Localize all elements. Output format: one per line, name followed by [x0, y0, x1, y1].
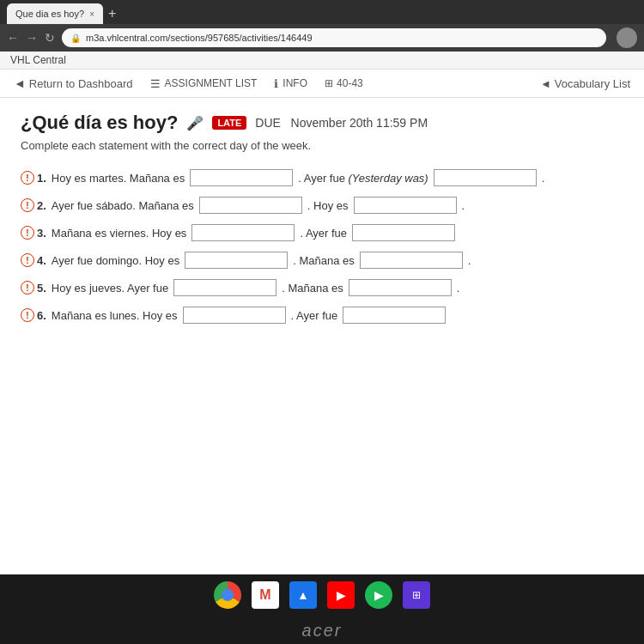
address-bar[interactable]: 🔒 m3a.vhlcentral.com/sections/957685/act… — [62, 28, 606, 47]
q-num-2: ! 2. — [21, 198, 46, 212]
q5-text-before: Hoy es jueves. Ayer fue — [52, 282, 168, 295]
new-tab-button[interactable]: + — [103, 6, 121, 21]
lock-icon: 🔒 — [70, 33, 81, 43]
due-label: DUE — [255, 116, 281, 130]
return-label: Return to Dashboard — [29, 77, 133, 90]
acer-brand: acer — [0, 616, 644, 644]
instructions: Complete each statement with the correct… — [21, 139, 623, 152]
info-nav[interactable]: ℹ INFO — [274, 77, 307, 90]
activity-title-text: ¿Qué día es hoy? — [21, 112, 178, 134]
pages-nav[interactable]: ⊞ 40-43 — [325, 77, 363, 89]
q-number-2: 2. — [37, 199, 46, 212]
q1-input-2[interactable] — [434, 169, 537, 186]
question-row: ! 2. Ayer fue sábado. Mañana es . Hoy es… — [21, 197, 623, 214]
page-content: ◄ Return to Dashboard ☰ ASSIGNMENT LIST … — [0, 70, 644, 574]
tab-bar: Que dia es hoy? × + — [0, 0, 644, 24]
q1-text-before: Hoy es martes. Mañana es — [52, 172, 185, 185]
q2-input-1[interactable] — [199, 197, 302, 214]
q5-input-2[interactable] — [349, 279, 452, 296]
q-num-6: ! 6. — [21, 308, 46, 322]
assignment-list-label: ASSIGNMENT LIST — [165, 77, 258, 89]
taskbar-gmail-icon[interactable]: M — [252, 581, 279, 609]
browser-tab[interactable]: Que dia es hoy? × — [7, 3, 103, 24]
activity-area: ¿Qué día es hoy? 🎤 LATE DUE November 20t… — [0, 98, 644, 574]
q3-input-1[interactable] — [191, 224, 295, 241]
q-num-4: ! 4. — [21, 253, 46, 267]
q-number-4: 4. — [37, 254, 46, 267]
q1-text-after: . — [542, 172, 545, 185]
mic-icon: 🎤 — [186, 115, 204, 131]
back-button[interactable]: ← — [7, 31, 19, 45]
q5-text-after: . — [457, 282, 460, 295]
q-icon-2: ! — [21, 198, 34, 212]
vocab-label: Vocabulary List — [555, 77, 630, 90]
taskbar-misc-icon[interactable]: ⊞ — [403, 581, 430, 609]
late-badge: LATE — [212, 116, 246, 130]
vocab-icon: ◄ — [540, 77, 551, 90]
return-arrow-icon: ◄ — [14, 76, 26, 90]
q-num-5: ! 5. — [21, 281, 46, 295]
question-row: ! 4. Ayer fue domingo. Hoy es . Mañana e… — [21, 252, 623, 269]
questions-container: ! 1. Hoy es martes. Mañana es . Ayer fue… — [21, 169, 623, 324]
q4-input-1[interactable] — [185, 252, 288, 269]
taskbar-play-icon[interactable]: ▶ — [365, 581, 392, 609]
q1-input-1[interactable] — [190, 169, 293, 186]
q-num-1: ! 1. — [21, 171, 46, 185]
due-text: DUE November 20th 11:59 PM — [255, 116, 428, 130]
q1-text-middle: . Ayer fue (Yesterday was) — [298, 172, 428, 185]
q-number-6: 6. — [37, 309, 46, 322]
q6-input-1[interactable] — [183, 307, 286, 324]
q4-text-before: Ayer fue domingo. Hoy es — [52, 254, 179, 267]
vocabulary-list-nav[interactable]: ◄ Vocabulary List — [540, 77, 630, 90]
taskbar-chrome-icon[interactable] — [214, 581, 241, 609]
assignment-list-nav[interactable]: ☰ ASSIGNMENT LIST — [150, 77, 258, 90]
taskbar-drive-icon[interactable]: ▲ — [289, 581, 317, 609]
q5-text-middle: . Mañana es — [282, 282, 343, 295]
forward-button[interactable]: → — [26, 31, 38, 45]
q2-text-after: . — [462, 199, 465, 212]
due-date: November 20th 11:59 PM — [291, 116, 428, 130]
q6-text-before: Mañana es lunes. Hoy es — [52, 309, 178, 322]
q4-text-middle: . Mañana es — [293, 254, 355, 267]
url-text: m3a.vhlcentral.com/sections/957685/activ… — [86, 33, 313, 43]
bookmark-vhl[interactable]: VHL Central — [10, 54, 66, 66]
q-number-3: 3. — [37, 227, 46, 240]
profile-avatar[interactable] — [617, 27, 637, 48]
q-icon-3: ! — [21, 226, 34, 240]
info-icon: ℹ — [274, 77, 278, 90]
assignment-list-icon: ☰ — [150, 77, 161, 90]
q-num-3: ! 3. — [21, 226, 46, 240]
pages-label: 40-43 — [337, 77, 363, 89]
address-bar-row: ← → ↻ 🔒 m3a.vhlcentral.com/sections/9576… — [0, 24, 644, 52]
info-label: INFO — [283, 77, 307, 89]
q-icon-6: ! — [21, 308, 34, 322]
question-row: ! 5. Hoy es jueves. Ayer fue . Mañana es… — [21, 279, 623, 296]
q3-input-2[interactable] — [352, 224, 455, 241]
q3-text-before: Mañana es viernes. Hoy es — [52, 227, 187, 240]
browser-chrome: Que dia es hoy? × + ← → ↻ 🔒 m3a.vhlcentr… — [0, 0, 644, 52]
q4-input-2[interactable] — [360, 252, 463, 269]
q-icon-1: ! — [21, 171, 34, 185]
bookmarks-bar: VHL Central — [0, 52, 644, 70]
q-icon-5: ! — [21, 281, 34, 295]
q6-text-middle: . Ayer fue — [291, 309, 338, 322]
question-row: ! 6. Mañana es lunes. Hoy es . Ayer fue — [21, 307, 623, 324]
q5-input-1[interactable] — [173, 279, 276, 296]
return-to-dashboard-link[interactable]: ◄ Return to Dashboard — [14, 76, 133, 90]
q-number-5: 5. — [37, 282, 46, 295]
activity-title-row: ¿Qué día es hoy? 🎤 LATE DUE November 20t… — [21, 112, 623, 134]
acer-label: acer — [302, 621, 343, 640]
pages-icon: ⊞ — [325, 77, 333, 89]
q2-text-middle: . Hoy es — [307, 199, 349, 212]
refresh-button[interactable]: ↻ — [45, 31, 55, 45]
q-icon-4: ! — [21, 253, 34, 267]
top-nav: ◄ Return to Dashboard ☰ ASSIGNMENT LIST … — [0, 70, 644, 98]
q4-text-after: . — [468, 254, 471, 267]
taskbar-youtube-icon[interactable]: ▶ — [327, 581, 355, 609]
q2-text-before: Ayer fue sábado. Mañana es — [52, 199, 194, 212]
question-row: ! 1. Hoy es martes. Mañana es . Ayer fue… — [21, 169, 623, 186]
q6-input-2[interactable] — [343, 307, 446, 324]
q2-input-2[interactable] — [354, 197, 457, 214]
q-number-1: 1. — [37, 172, 46, 185]
tab-close-button[interactable]: × — [89, 9, 94, 19]
